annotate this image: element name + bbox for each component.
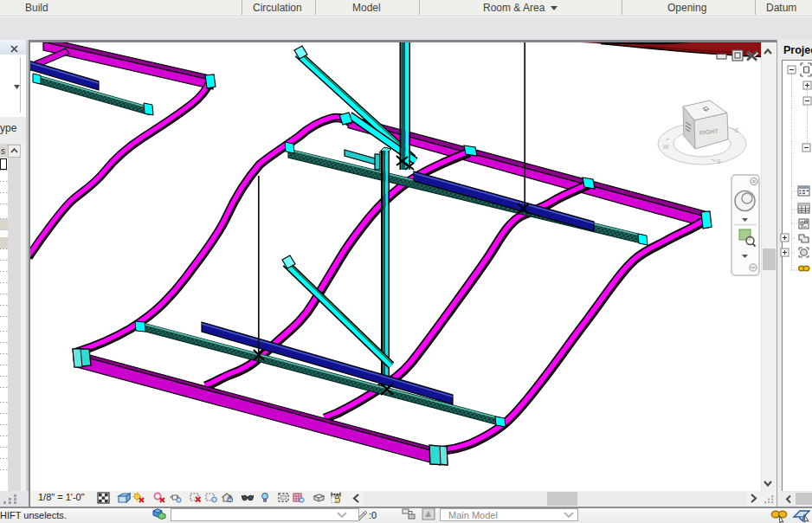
svg-text:S: S (717, 158, 721, 165)
svg-text:E: E (735, 127, 739, 133)
svg-text:W: W (663, 144, 669, 150)
